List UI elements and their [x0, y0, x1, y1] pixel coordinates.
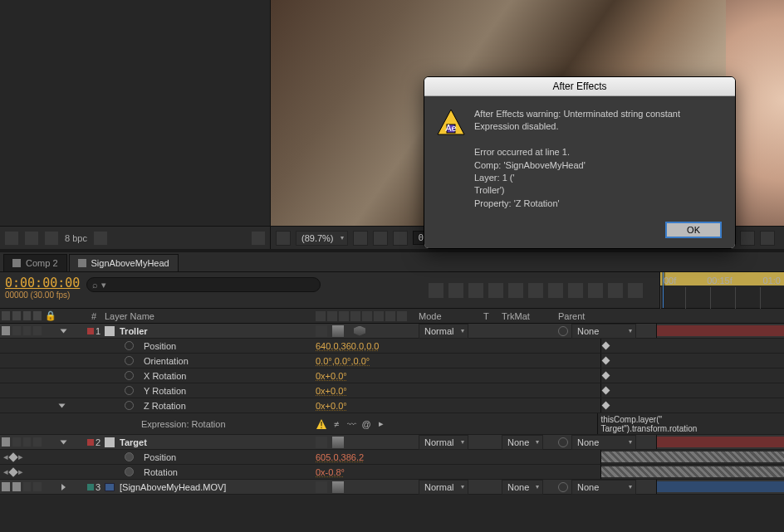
- timeline-toolbar-button[interactable]: [548, 283, 563, 298]
- project-footer-button[interactable]: [94, 232, 107, 245]
- layer-duration-bar[interactable]: [657, 481, 784, 492]
- property-value[interactable]: 0x+0.0°: [316, 386, 347, 396]
- twirl-icon[interactable]: [59, 403, 66, 408]
- timeline-toolbar-button[interactable]: [508, 283, 523, 298]
- project-footer-button[interactable]: [45, 232, 58, 245]
- add-keyframe-icon[interactable]: [8, 467, 17, 476]
- pickwhip-icon[interactable]: [558, 437, 568, 447]
- blend-mode-dropdown[interactable]: Normal: [419, 324, 468, 339]
- viewer-button[interactable]: [393, 231, 408, 246]
- stopwatch-icon[interactable]: [125, 401, 134, 410]
- timeline-toolbar-button[interactable]: [588, 283, 603, 298]
- viewer-button[interactable]: [760, 231, 775, 246]
- stopwatch-icon[interactable]: [125, 356, 134, 365]
- pickwhip-icon[interactable]: [558, 326, 568, 336]
- layer-duration-bar[interactable]: [657, 437, 784, 447]
- keyframe-icon[interactable]: [601, 357, 610, 365]
- timeline-toolbar-button[interactable]: [429, 283, 443, 298]
- video-toggle[interactable]: [2, 326, 10, 335]
- add-keyframe-icon[interactable]: [8, 452, 17, 461]
- tab-comp-2[interactable]: Comp 2: [3, 254, 67, 271]
- layer-name[interactable]: Troller: [120, 326, 148, 336]
- property-value[interactable]: 0x+0.0°: [316, 371, 347, 381]
- layer-search-input[interactable]: ⌕ ▾: [86, 277, 321, 292]
- trkmat-dropdown[interactable]: None: [502, 480, 543, 495]
- playhead[interactable]: [663, 272, 664, 308]
- parent-dropdown[interactable]: None: [571, 324, 636, 339]
- property-value[interactable]: 640.0,360.0,0.0: [316, 341, 379, 351]
- property-row[interactable]: X Rotation 0x+0.0°: [0, 368, 784, 383]
- label-color[interactable]: [87, 484, 94, 491]
- switches-column-header[interactable]: [314, 311, 417, 321]
- project-footer-button[interactable]: [25, 232, 38, 245]
- keyframe-icon[interactable]: [601, 387, 610, 395]
- property-value[interactable]: 605.0,386.2: [316, 452, 364, 462]
- twirl-icon[interactable]: [61, 484, 66, 491]
- lock-toggle[interactable]: [33, 437, 42, 447]
- lock-toggle[interactable]: [33, 482, 42, 491]
- audio-toggle[interactable]: [12, 437, 21, 447]
- timeline-toolbar-button[interactable]: [468, 283, 483, 298]
- switch[interactable]: [316, 437, 327, 448]
- pickwhip-icon[interactable]: [558, 482, 568, 492]
- stopwatch-icon[interactable]: [125, 467, 134, 476]
- layer-row[interactable]: 2 Target Normal None None: [0, 435, 784, 450]
- switch[interactable]: [332, 325, 344, 337]
- timeline-toolbar-button[interactable]: [528, 283, 543, 298]
- project-footer-button[interactable]: [5, 232, 18, 245]
- current-timecode[interactable]: 0:00:00:00: [5, 276, 81, 290]
- property-value[interactable]: 0x-0.8°: [316, 467, 345, 477]
- blend-mode-dropdown[interactable]: Normal: [419, 435, 468, 450]
- keyframe-span[interactable]: [601, 466, 785, 477]
- property-row[interactable]: ◂▸ Rotation 0x-0.8°: [0, 465, 784, 480]
- audio-toggle[interactable]: [12, 326, 21, 335]
- av-column-header[interactable]: [0, 311, 43, 320]
- label-color[interactable]: [87, 328, 94, 334]
- twirl-icon[interactable]: [61, 329, 67, 333]
- switch[interactable]: [316, 325, 327, 337]
- keyframe-icon[interactable]: [601, 402, 610, 410]
- timeline-toolbar-button[interactable]: [448, 283, 463, 298]
- time-ruler[interactable]: 00f 00:15f 01:0: [659, 272, 784, 308]
- project-footer-button[interactable]: [252, 232, 265, 245]
- 3d-switch[interactable]: [354, 326, 365, 336]
- audio-toggle[interactable]: [12, 482, 21, 491]
- property-row[interactable]: Z Rotation 0x+0.0°: [0, 398, 784, 413]
- viewer-button[interactable]: [353, 231, 368, 246]
- expression-error-icon[interactable]: !: [316, 418, 327, 430]
- viewer-button[interactable]: [373, 231, 388, 246]
- property-value[interactable]: 0x+0.0°: [316, 401, 347, 411]
- layer-duration-bar[interactable]: [657, 325, 784, 336]
- switch[interactable]: [316, 481, 327, 493]
- layer-row[interactable]: 3 [SignAboveMyHead.MOV] Normal None None: [0, 480, 784, 495]
- property-value[interactable]: 0.0°,0.0°,0.0°: [316, 356, 370, 366]
- lock-column-header[interactable]: 🔒: [43, 310, 60, 321]
- trkmat-column-header[interactable]: TrkMat: [500, 311, 556, 321]
- expression-row[interactable]: Expression: Rotation ! ≠ 〰 @ ▸ thisComp.…: [0, 413, 784, 435]
- property-row[interactable]: Y Rotation 0x+0.0°: [0, 383, 784, 398]
- timeline-toolbar-button[interactable]: [568, 283, 583, 298]
- stopwatch-icon[interactable]: [125, 452, 134, 461]
- video-toggle[interactable]: [2, 437, 10, 447]
- magnify-icon[interactable]: [276, 231, 291, 246]
- name-column-header[interactable]: Layer Name: [103, 311, 314, 321]
- layer-name[interactable]: [SignAboveMyHead.MOV]: [120, 482, 226, 492]
- expression-text[interactable]: thisComp.layer(" Target").transform.rota…: [597, 413, 785, 434]
- switch[interactable]: [332, 481, 344, 493]
- stopwatch-icon[interactable]: [125, 341, 134, 350]
- expression-graph-icon[interactable]: 〰: [345, 418, 357, 430]
- twirl-icon[interactable]: [61, 440, 67, 444]
- layer-name[interactable]: Target: [120, 437, 147, 447]
- parent-column-header[interactable]: Parent: [556, 311, 656, 321]
- layer-row[interactable]: 1 Troller Normal None: [0, 324, 784, 339]
- solo-toggle[interactable]: [23, 482, 32, 491]
- tab-signabovemyhead[interactable]: SignAboveMyHead: [69, 254, 179, 271]
- timeline-toolbar-button[interactable]: [608, 283, 623, 298]
- mode-column-header[interactable]: Mode: [417, 311, 482, 321]
- property-row[interactable]: ◂▸ Position 605.0,386.2: [0, 450, 784, 465]
- parent-dropdown[interactable]: None: [571, 435, 636, 450]
- property-row[interactable]: Orientation 0.0°,0.0°,0.0°: [0, 354, 784, 368]
- next-keyframe-icon[interactable]: ▸: [18, 466, 23, 477]
- bpc-label[interactable]: 8 bpc: [65, 233, 87, 243]
- property-row[interactable]: Position 640.0,360.0,0.0: [0, 339, 784, 354]
